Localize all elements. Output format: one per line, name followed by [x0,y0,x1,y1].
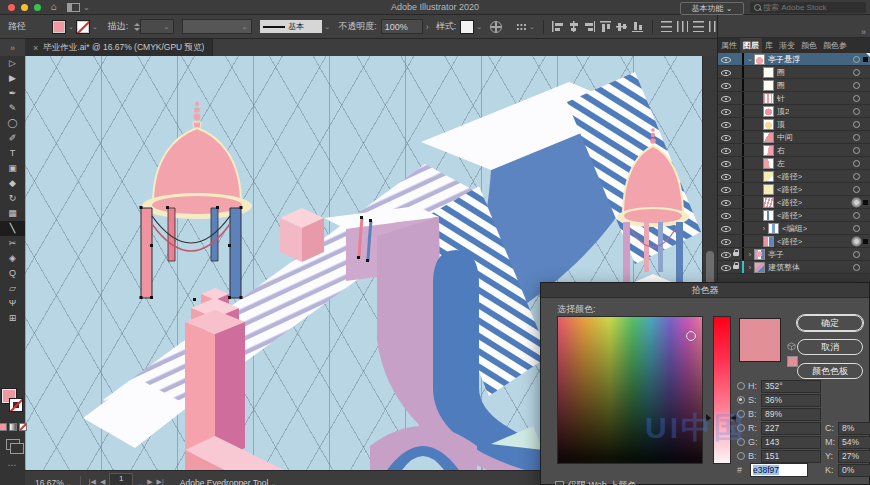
value-field[interactable]: 151 [761,450,821,463]
width-profile-dropdown[interactable]: ⌄ [182,19,252,34]
value-field[interactable]: 89% [761,408,821,421]
first-artboard-icon[interactable]: |◀ [89,478,96,485]
layer-thumbnail[interactable] [754,262,765,273]
hue-slider[interactable] [713,316,731,464]
tool-button[interactable]: ▶ [0,71,25,86]
tool-button[interactable]: ▣ [0,161,25,176]
layer-thumbnail[interactable] [763,197,774,208]
artboard-number-field[interactable]: 1 [109,473,133,485]
target-circle-icon[interactable] [853,134,860,141]
chevron-down-icon[interactable]: ⌄ [476,23,482,31]
layer-name[interactable]: <路径> [777,236,802,247]
distribute-horizontal-icon[interactable] [677,21,688,32]
radio-button[interactable] [737,424,745,432]
layer-name[interactable]: <路径> [777,197,802,208]
layer-name[interactable]: 中间 [777,132,793,143]
document-tab[interactable]: × 毕业作业.ai* @ 16.67% (CMYK/GPU 预览) [25,39,213,56]
align-bottom-icon[interactable] [632,21,643,32]
layer-thumbnail[interactable] [763,145,774,156]
hue-slider-arrow-right[interactable] [731,414,736,422]
target-circle-icon[interactable] [853,82,860,89]
tool-button[interactable]: Q [0,266,25,281]
visibility-toggle-icon[interactable] [721,81,731,90]
minimize-window-button[interactable] [21,4,28,11]
expand-arrow-icon[interactable]: › [746,251,754,258]
layer-thumbnail[interactable] [763,132,774,143]
panel-tab[interactable]: 图层 [740,38,762,53]
align-middle-icon[interactable] [616,21,627,32]
tool-button[interactable]: ◆ [0,176,25,191]
layer-name[interactable]: 左 [777,158,785,169]
panel-tab[interactable]: 颜色参 [820,38,850,53]
tool-button[interactable]: ⊞ [0,311,25,326]
target-circle-icon[interactable] [853,212,860,219]
layer-row[interactable]: › 建筑整体 [718,261,870,274]
previous-artboard-icon[interactable]: ◀ [100,478,105,485]
search-input[interactable] [763,3,853,12]
layer-thumbnail[interactable] [763,158,774,169]
tool-button[interactable]: ▦ [0,206,25,221]
stock-search-field[interactable] [750,2,866,13]
layer-row[interactable]: <路径> [718,209,870,222]
gamut-swatch[interactable] [787,356,798,367]
layer-thumbnail[interactable] [763,93,774,104]
style-swatch[interactable] [460,20,474,34]
layer-row[interactable]: › <编组> [718,222,870,235]
layer-name[interactable]: 圈 [777,67,785,78]
value-field[interactable]: 8% [838,422,870,435]
tool-button[interactable]: T [0,146,25,161]
close-tab-icon[interactable]: × [33,43,38,53]
color-mode-icon[interactable] [0,423,7,431]
layer-name[interactable]: 建筑整体 [768,262,800,273]
radio-button[interactable] [737,452,745,460]
value-field[interactable]: 352° [761,380,821,393]
layer-row[interactable]: 右 [718,144,870,157]
hex-input[interactable]: e38f97 [750,463,808,477]
target-circle-icon[interactable] [853,225,860,232]
collapse-panels-icon[interactable]: » [861,27,866,37]
target-circle-icon[interactable] [853,95,860,102]
layer-name[interactable]: <路径> [777,184,802,195]
more-tools-icon[interactable]: ⋯ [8,460,18,470]
layer-name[interactable]: <路径> [777,210,802,221]
visibility-toggle-icon[interactable] [721,120,731,129]
layer-thumbnail[interactable] [763,106,774,117]
opacity-panel-arrow[interactable]: › [426,22,429,32]
layer-thumbnail[interactable] [768,223,779,234]
layer-row[interactable]: 顶 [718,118,870,131]
layer-thumbnail[interactable] [754,249,765,260]
visibility-toggle-icon[interactable] [721,94,731,103]
zoom-level-dropdown[interactable]: 16.67% [35,478,64,485]
visibility-toggle-icon[interactable] [721,107,731,116]
layer-name[interactable]: 亭子 [768,249,784,260]
workspace-switcher-button[interactable]: 基本功能 ⌄ [680,2,744,15]
tool-button[interactable]: ▱ [0,281,25,296]
cancel-button[interactable]: 取消 [797,339,863,355]
lock-icon[interactable] [733,252,739,256]
lock-icon[interactable] [733,265,739,269]
chevron-down-icon[interactable]: ⌄ [66,480,72,485]
tool-button[interactable]: ✂ [0,236,25,251]
layer-name[interactable]: 亭子悬浮 [768,54,800,65]
visibility-toggle-icon[interactable] [721,224,731,233]
layer-name[interactable]: 针 [777,93,785,104]
value-field[interactable]: 27% [838,450,870,463]
out-of-gamut-icon[interactable] [787,342,796,351]
distribute-spacing-icon[interactable] [693,21,704,32]
value-field[interactable]: 36% [761,394,821,407]
layer-row[interactable]: <路径> [718,235,870,248]
layer-thumbnail[interactable] [763,67,774,78]
chevron-down-icon[interactable]: ⌄ [529,23,535,31]
visibility-toggle-icon[interactable] [721,185,731,194]
target-circle-icon[interactable] [853,199,860,206]
radio-button[interactable] [737,382,745,390]
layer-name[interactable]: 顶 [777,119,785,130]
layer-thumbnail[interactable] [763,119,774,130]
layer-name[interactable]: <路径> [777,171,802,182]
layer-name[interactable]: 圈 [777,80,785,91]
stroke-color-swatch[interactable] [76,20,90,34]
zoom-window-button[interactable] [34,4,41,11]
chevron-down-icon[interactable]: ⌄ [83,3,90,12]
layer-thumbnail[interactable] [754,54,765,65]
chevron-down-icon[interactable]: ⌄ [137,480,143,485]
